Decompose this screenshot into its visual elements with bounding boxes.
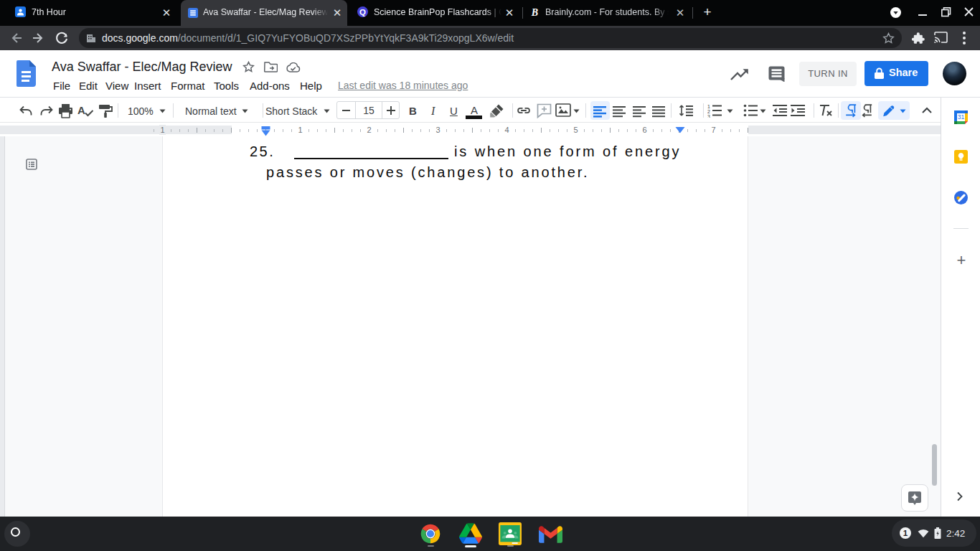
- svg-text:31: 31: [958, 113, 965, 121]
- svg-text:B: B: [531, 7, 538, 18]
- svg-text:Q: Q: [359, 8, 366, 17]
- svg-text:2: 2: [707, 109, 710, 114]
- svg-text:3: 3: [707, 114, 710, 118]
- svg-text:A: A: [77, 104, 85, 116]
- svg-text:1: 1: [707, 104, 710, 109]
